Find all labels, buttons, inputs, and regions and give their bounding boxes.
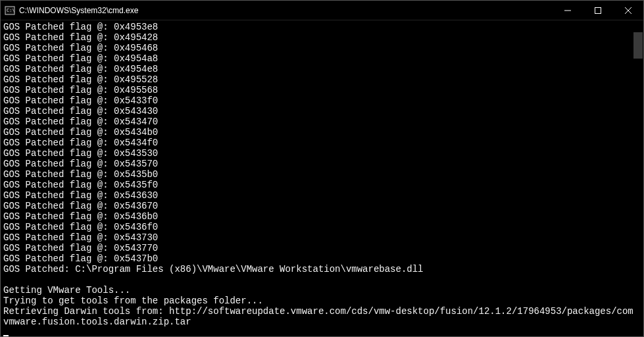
- terminal-line: Getting VMware Tools...: [3, 285, 641, 296]
- titlebar[interactable]: C:\ C:\WINDOWS\System32\cmd.exe: [1, 1, 643, 20]
- window-controls: [553, 1, 643, 20]
- cursor: [3, 335, 9, 336]
- terminal-line: [3, 274, 641, 285]
- terminal-cursor-line: [3, 327, 641, 336]
- cmd-icon: C:\: [5, 5, 15, 16]
- terminal-line: GOS Patched flag @: 0x495528: [3, 74, 641, 85]
- terminal-line: GOS Patched flag @: 0x495468: [3, 43, 641, 53]
- terminal-line: GOS Patched: C:\Program Files (x86)\VMwa…: [3, 264, 641, 274]
- minimize-button[interactable]: [553, 1, 583, 20]
- maximize-button[interactable]: [583, 1, 613, 20]
- svg-rect-3: [595, 7, 601, 13]
- terminal-line: GOS Patched flag @: 0x5436b0: [3, 211, 641, 222]
- window-title: C:\WINDOWS\System32\cmd.exe: [19, 6, 553, 15]
- terminal-line: GOS Patched flag @: 0x5436f0: [3, 222, 641, 232]
- terminal-line: GOS Patched flag @: 0x5433f0: [3, 95, 641, 106]
- terminal-line: GOS Patched flag @: 0x543530: [3, 148, 641, 159]
- terminal-line: GOS Patched flag @: 0x5437b0: [3, 253, 641, 264]
- terminal-line: GOS Patched flag @: 0x5434b0: [3, 127, 641, 138]
- scrollbar-thumb[interactable]: [633, 32, 643, 59]
- svg-text:C:\: C:\: [7, 8, 15, 13]
- terminal-line: GOS Patched flag @: 0x4953e8: [3, 22, 641, 32]
- terminal-line: GOS Patched flag @: 0x5434f0: [3, 138, 641, 148]
- terminal-line: GOS Patched flag @: 0x543770: [3, 243, 641, 253]
- terminal-line: Retrieving Darwin tools from: http://sof…: [3, 306, 641, 327]
- terminal-line: GOS Patched flag @: 0x4954e8: [3, 64, 641, 74]
- terminal-line: GOS Patched flag @: 0x5435b0: [3, 169, 641, 180]
- terminal-line: GOS Patched flag @: 0x4954a8: [3, 53, 641, 64]
- terminal-area: GOS Patched flag @: 0x4953e8GOS Patched …: [1, 20, 643, 336]
- terminal-line: GOS Patched flag @: 0x543730: [3, 232, 641, 243]
- terminal-line: GOS Patched flag @: 0x495568: [3, 85, 641, 95]
- scrollbar[interactable]: [633, 20, 643, 336]
- terminal-line: GOS Patched flag @: 0x543570: [3, 159, 641, 169]
- terminal-line: GOS Patched flag @: 0x5435f0: [3, 180, 641, 190]
- close-button[interactable]: [613, 1, 643, 20]
- terminal-line: GOS Patched flag @: 0x543430: [3, 106, 641, 117]
- terminal-line: Trying to get tools from the packages fo…: [3, 296, 641, 306]
- terminal-output[interactable]: GOS Patched flag @: 0x4953e8GOS Patched …: [1, 20, 643, 336]
- terminal-line: GOS Patched flag @: 0x543470: [3, 117, 641, 127]
- terminal-line: GOS Patched flag @: 0x543670: [3, 201, 641, 211]
- terminal-line: GOS Patched flag @: 0x495428: [3, 32, 641, 43]
- terminal-line: GOS Patched flag @: 0x543630: [3, 190, 641, 201]
